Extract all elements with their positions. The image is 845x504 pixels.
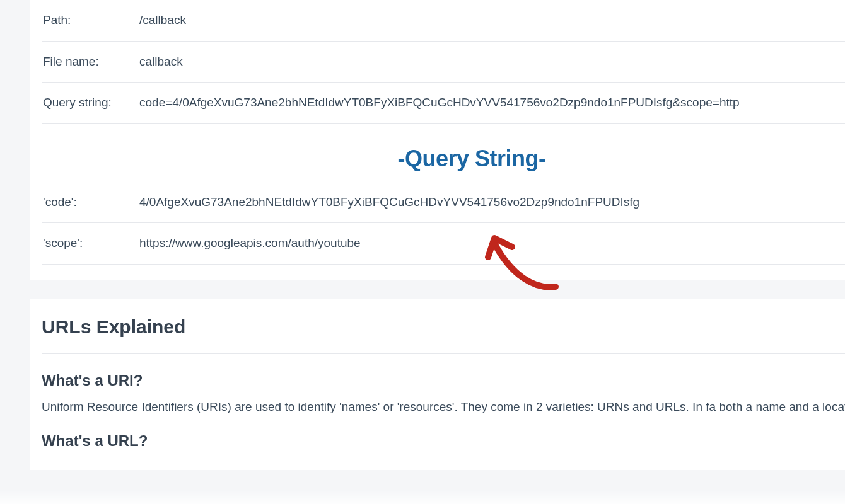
value-scope: https://www.googleapis.com/auth/youtube xyxy=(139,234,845,253)
whats-a-uri-heading: What's a URI? xyxy=(42,369,845,392)
whats-a-url-heading: What's a URL? xyxy=(42,430,845,452)
urls-explained-heading: URLs Explained xyxy=(42,312,845,341)
urls-explained-card: URLs Explained What's a URI? Uniform Res… xyxy=(30,299,845,471)
label-filename: File name: xyxy=(42,53,139,71)
url-parts-card: Path: /callback File name: callback Quer… xyxy=(30,0,845,280)
row-path: Path: /callback xyxy=(42,0,845,42)
label-querystring: Query string: xyxy=(42,94,139,112)
query-string-section-title: -Query String- xyxy=(42,124,845,182)
value-code: 4/0AfgeXvuG73Ane2bhNEtdIdwYT0BFyXiBFQCuG… xyxy=(139,193,845,212)
row-scope: 'scope': https://www.googleapis.com/auth… xyxy=(42,223,845,265)
row-code: 'code': 4/0AfgeXvuG73Ane2bhNEtdIdwYT0BFy… xyxy=(42,182,845,224)
label-scope: 'scope': xyxy=(42,234,139,253)
value-filename: callback xyxy=(139,53,845,71)
uri-paragraph: Uniform Resource Identifiers (URIs) are … xyxy=(42,398,845,416)
row-querystring: Query string: code=4/0AfgeXvuG73Ane2bhNE… xyxy=(42,83,845,124)
divider xyxy=(42,353,845,354)
label-path: Path: xyxy=(42,11,139,30)
value-path: /callback xyxy=(139,11,845,30)
row-filename: File name: callback xyxy=(42,42,845,83)
label-code: 'code': xyxy=(42,193,139,212)
value-querystring: code=4/0AfgeXvuG73Ane2bhNEtdIdwYT0BFyXiB… xyxy=(139,94,845,112)
